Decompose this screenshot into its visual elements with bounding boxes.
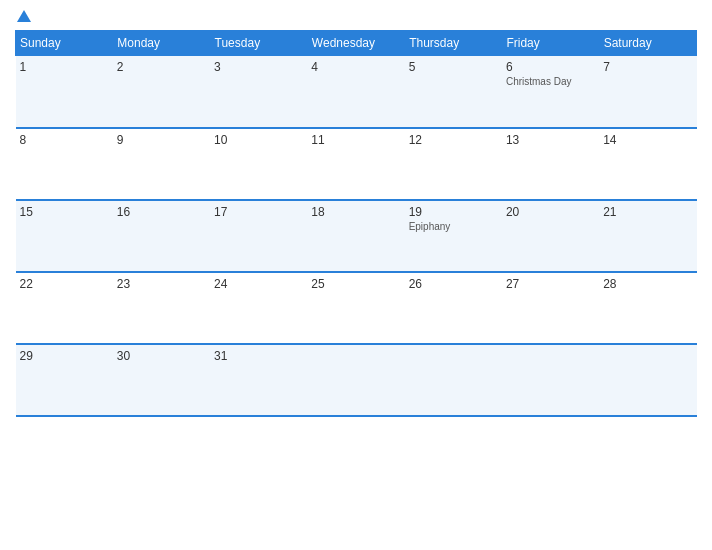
- calendar-cell: [599, 344, 696, 416]
- day-number: 4: [311, 60, 400, 74]
- day-number: 5: [409, 60, 498, 74]
- day-number: 2: [117, 60, 206, 74]
- day-number: 6: [506, 60, 595, 74]
- day-number: 25: [311, 277, 400, 291]
- day-number: 8: [20, 133, 109, 147]
- day-number: 30: [117, 349, 206, 363]
- day-number: 11: [311, 133, 400, 147]
- calendar-cell: 7: [599, 56, 696, 128]
- day-number: 27: [506, 277, 595, 291]
- calendar-cell: 13: [502, 128, 599, 200]
- calendar-cell: 21: [599, 200, 696, 272]
- day-number: 22: [20, 277, 109, 291]
- logo-triangle-icon: [17, 10, 31, 22]
- weekday-header: Tuesday: [210, 31, 307, 56]
- calendar-cell: 9: [113, 128, 210, 200]
- calendar-cell: [307, 344, 404, 416]
- day-number: 9: [117, 133, 206, 147]
- calendar-cell: 25: [307, 272, 404, 344]
- calendar-cell: 27: [502, 272, 599, 344]
- calendar-cell: 15: [16, 200, 113, 272]
- calendar-cell: 8: [16, 128, 113, 200]
- weekday-header: Wednesday: [307, 31, 404, 56]
- day-number: 20: [506, 205, 595, 219]
- weekday-header-row: SundayMondayTuesdayWednesdayThursdayFrid…: [16, 31, 697, 56]
- calendar-week-row: 123456Christmas Day7: [16, 56, 697, 128]
- calendar-cell: 4: [307, 56, 404, 128]
- calendar-cell: 18: [307, 200, 404, 272]
- day-number: 3: [214, 60, 303, 74]
- day-number: 23: [117, 277, 206, 291]
- calendar-cell: 29: [16, 344, 113, 416]
- day-number: 13: [506, 133, 595, 147]
- day-number: 31: [214, 349, 303, 363]
- calendar-cell: 14: [599, 128, 696, 200]
- calendar-cell: 1: [16, 56, 113, 128]
- weekday-header: Saturday: [599, 31, 696, 56]
- calendar-container: SundayMondayTuesdayWednesdayThursdayFrid…: [0, 0, 712, 550]
- logo: [15, 10, 31, 22]
- calendar-cell: 28: [599, 272, 696, 344]
- calendar-cell: 26: [405, 272, 502, 344]
- day-number: 24: [214, 277, 303, 291]
- calendar-cell: 20: [502, 200, 599, 272]
- day-number: 18: [311, 205, 400, 219]
- calendar-cell: 6Christmas Day: [502, 56, 599, 128]
- calendar-cell: 2: [113, 56, 210, 128]
- day-number: 26: [409, 277, 498, 291]
- calendar-cell: 5: [405, 56, 502, 128]
- calendar-week-row: 891011121314: [16, 128, 697, 200]
- day-number: 15: [20, 205, 109, 219]
- day-number: 19: [409, 205, 498, 219]
- weekday-header: Monday: [113, 31, 210, 56]
- calendar-table: SundayMondayTuesdayWednesdayThursdayFrid…: [15, 30, 697, 417]
- day-number: 10: [214, 133, 303, 147]
- calendar-cell: [502, 344, 599, 416]
- calendar-week-row: 22232425262728: [16, 272, 697, 344]
- day-number: 29: [20, 349, 109, 363]
- holiday-name: Epiphany: [409, 221, 498, 232]
- day-number: 12: [409, 133, 498, 147]
- day-number: 7: [603, 60, 692, 74]
- day-number: 28: [603, 277, 692, 291]
- calendar-cell: 11: [307, 128, 404, 200]
- calendar-cell: 10: [210, 128, 307, 200]
- calendar-cell: [405, 344, 502, 416]
- calendar-cell: 12: [405, 128, 502, 200]
- holiday-name: Christmas Day: [506, 76, 595, 87]
- calendar-cell: 31: [210, 344, 307, 416]
- calendar-cell: 3: [210, 56, 307, 128]
- calendar-cell: 24: [210, 272, 307, 344]
- weekday-header: Sunday: [16, 31, 113, 56]
- weekday-header: Thursday: [405, 31, 502, 56]
- calendar-week-row: 1516171819Epiphany2021: [16, 200, 697, 272]
- calendar-cell: 30: [113, 344, 210, 416]
- calendar-week-row: 293031: [16, 344, 697, 416]
- day-number: 21: [603, 205, 692, 219]
- calendar-cell: 17: [210, 200, 307, 272]
- calendar-header: [15, 10, 697, 22]
- day-number: 14: [603, 133, 692, 147]
- calendar-cell: 22: [16, 272, 113, 344]
- calendar-cell: 19Epiphany: [405, 200, 502, 272]
- weekday-header: Friday: [502, 31, 599, 56]
- day-number: 1: [20, 60, 109, 74]
- day-number: 17: [214, 205, 303, 219]
- calendar-cell: 16: [113, 200, 210, 272]
- day-number: 16: [117, 205, 206, 219]
- calendar-cell: 23: [113, 272, 210, 344]
